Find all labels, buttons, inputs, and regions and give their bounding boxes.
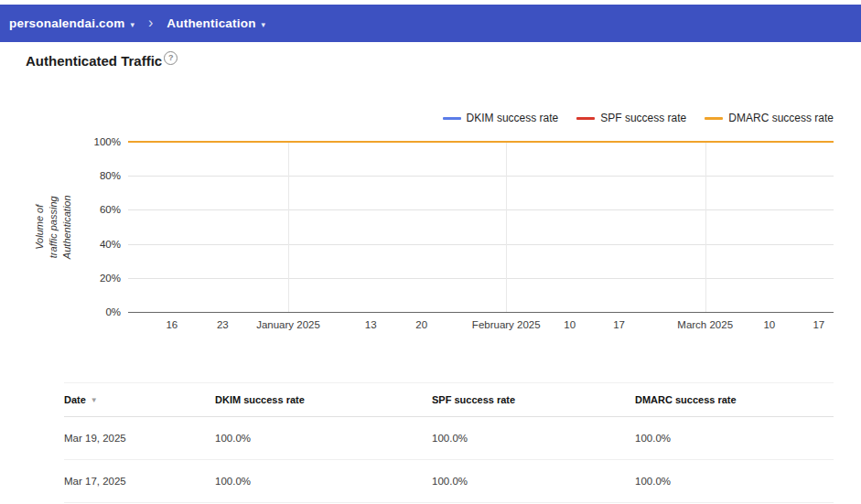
top-navigation-bar: personalendai.com ▾ › Authentication ▾ <box>0 5 861 42</box>
help-icon[interactable]: ? <box>164 51 178 65</box>
table-cell: 100.0% <box>635 433 834 444</box>
legend-item[interactable]: DMARC success rate <box>705 112 834 124</box>
x-axis-tick-label: March 2025 <box>677 319 733 330</box>
y-axis-tick-label: 100% <box>94 136 121 147</box>
legend-label: SPF success rate <box>600 112 686 124</box>
authentication-results-table: Date▼DKIM success rateSPF success rateDM… <box>64 382 834 503</box>
table-cell: 100.0% <box>215 433 432 444</box>
legend-color-swatch-icon <box>443 117 461 120</box>
y-axis-tick-label: 60% <box>100 204 121 215</box>
column-header-label: SPF success rate <box>432 394 515 405</box>
x-axis-tick-label: January 2025 <box>256 319 320 330</box>
legend-label: DMARC success rate <box>728 112 834 124</box>
x-axis-tick-label: 13 <box>365 319 377 330</box>
domain-selector-label: personalendai.com <box>9 16 124 30</box>
x-axis-tick-label: February 2025 <box>472 319 541 330</box>
x-axis-tick-label: 23 <box>217 319 229 330</box>
table-header-row: Date▼DKIM success rateSPF success rateDM… <box>64 382 834 417</box>
table-cell: 100.0% <box>432 476 635 487</box>
column-header-label: DKIM success rate <box>215 394 305 405</box>
legend-color-swatch-icon <box>705 117 723 120</box>
x-axis-tick-label: 17 <box>613 319 625 330</box>
chevron-down-icon: ▾ <box>130 18 135 29</box>
x-axis-tick-label: 17 <box>813 319 824 330</box>
column-header[interactable]: SPF success rate <box>432 394 635 405</box>
column-header-label: Date <box>64 394 86 405</box>
column-header[interactable]: Date▼ <box>64 394 215 405</box>
x-axis-ticks: 1623January 20251320February 20251017Mar… <box>128 319 834 336</box>
column-header[interactable]: DKIM success rate <box>215 394 432 405</box>
breadcrumb-chevron-icon: › <box>148 15 153 33</box>
plot-area <box>128 142 834 313</box>
table-cell: Mar 19, 2025 <box>64 433 215 444</box>
legend-item[interactable]: DKIM success rate <box>443 112 559 124</box>
column-header-label: DMARC success rate <box>635 394 737 405</box>
y-axis-title: Volume of traffic passing Authentication <box>35 142 71 312</box>
x-axis-tick-label: 16 <box>166 319 178 330</box>
domain-selector[interactable]: personalendai.com ▾ <box>9 16 135 30</box>
y-axis-tick-label: 20% <box>100 273 121 284</box>
x-axis-tick-label: 20 <box>415 319 427 330</box>
table-cell: Mar 17, 2025 <box>64 476 215 487</box>
main-content: Authenticated Traffic ? DKIM success rat… <box>0 42 861 503</box>
y-axis-title-text: Volume of traffic passing Authentication <box>33 195 74 259</box>
section-selector-label: Authentication <box>167 16 255 30</box>
table-cell: 100.0% <box>635 476 834 487</box>
y-axis-tick-label: 40% <box>100 239 121 250</box>
y-axis-ticks: 0%20%40%60%80%100% <box>82 142 126 312</box>
sort-descending-icon: ▼ <box>91 396 98 404</box>
y-axis-title-line2: Authentication <box>59 195 73 259</box>
y-axis-tick-label: 0% <box>105 306 121 317</box>
legend-label: DKIM success rate <box>467 112 559 124</box>
table-cell: 100.0% <box>432 433 635 444</box>
section-selector[interactable]: Authentication ▾ <box>167 16 265 30</box>
legend-color-swatch-icon <box>576 117 595 120</box>
x-axis-tick-label: 10 <box>564 319 576 330</box>
y-axis-title-line1: Volume of traffic passing <box>33 195 60 259</box>
chevron-down-icon: ▾ <box>262 18 266 29</box>
page-title-row: Authenticated Traffic ? <box>26 53 834 77</box>
chart-series-lines <box>128 142 834 312</box>
x-axis-tick-label: 10 <box>763 319 775 330</box>
chart-legend: DKIM success rateSPF success rateDMARC s… <box>443 112 834 124</box>
y-axis-tick-label: 80% <box>100 170 121 181</box>
table-row: Mar 19, 2025100.0%100.0%100.0% <box>64 417 834 460</box>
table-cell: 100.0% <box>215 476 432 487</box>
table-row: Mar 17, 2025100.0%100.0%100.0% <box>64 460 834 503</box>
authenticated-traffic-chart: DKIM success rateSPF success rateDMARC s… <box>26 101 834 331</box>
column-header[interactable]: DMARC success rate <box>635 394 834 405</box>
legend-item[interactable]: SPF success rate <box>576 112 686 124</box>
page-title: Authenticated Traffic <box>26 53 162 69</box>
